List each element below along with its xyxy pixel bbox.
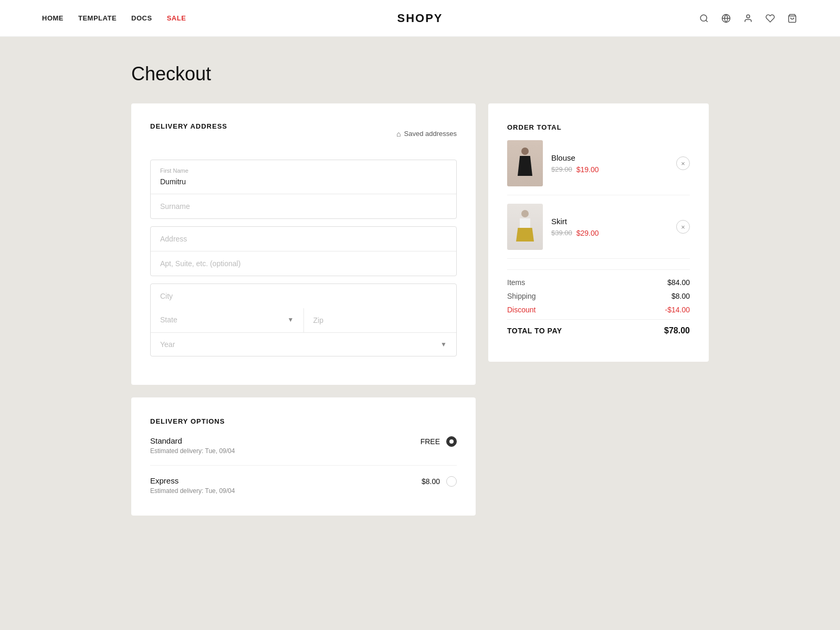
first-name-label: First Name bbox=[160, 167, 447, 174]
site-logo[interactable]: SHOPY bbox=[397, 12, 443, 25]
surname-input[interactable] bbox=[160, 202, 447, 211]
page-title: Checkout bbox=[131, 63, 709, 85]
first-name-field: First Name bbox=[151, 160, 456, 194]
remove-skirt-btn[interactable]: × bbox=[676, 220, 690, 234]
state-select-wrapper: State Alabama California Florida New Yor… bbox=[160, 316, 294, 324]
saved-addresses-label: Saved addresses bbox=[404, 130, 457, 138]
search-icon[interactable] bbox=[698, 13, 710, 24]
standard-name: Standard bbox=[150, 436, 421, 445]
express-name: Express bbox=[150, 476, 422, 485]
order-total-panel: ORDER TOTAL Blouse $29.00 $19.00 × bbox=[488, 103, 709, 362]
remove-blouse-btn[interactable]: × bbox=[676, 156, 690, 170]
items-value: $84.00 bbox=[667, 278, 690, 287]
summary-shipping-row: Shipping $8.00 bbox=[507, 292, 690, 300]
year-field: Year 2024 2023 2022 ▼ bbox=[151, 332, 456, 356]
discount-value: -$14.00 bbox=[665, 306, 690, 314]
header-icons bbox=[698, 13, 798, 24]
skirt-body bbox=[520, 218, 530, 229]
delivery-option-express: Express Estimated delivery: Tue, 09/04 $… bbox=[150, 466, 457, 495]
skirt-sale-price: $29.00 bbox=[576, 229, 599, 237]
shipping-label: Shipping bbox=[507, 292, 536, 300]
svg-line-1 bbox=[706, 20, 707, 22]
delivery-options-panel: DELIVERY OPTIONS Standard Estimated deli… bbox=[131, 397, 476, 516]
total-value: $78.00 bbox=[664, 326, 690, 335]
address-input[interactable] bbox=[160, 235, 447, 243]
discount-label: Discount bbox=[507, 306, 536, 314]
delivery-header: DELIVERY ADDRESS ⌂ Saved addresses bbox=[150, 122, 457, 145]
zip-field bbox=[304, 308, 457, 332]
nav-home[interactable]: HOME bbox=[42, 14, 64, 22]
skirt-image bbox=[507, 204, 543, 250]
checkout-grid: DELIVERY ADDRESS ⌂ Saved addresses First… bbox=[131, 103, 709, 516]
order-total-title: ORDER TOTAL bbox=[507, 123, 562, 131]
summary-total-row: TOTAL TO PAY $78.00 bbox=[507, 319, 690, 335]
svg-point-0 bbox=[700, 15, 707, 21]
skirt-name: Skirt bbox=[551, 217, 690, 226]
skirt-figure bbox=[516, 210, 534, 244]
order-item-blouse: Blouse $29.00 $19.00 × bbox=[507, 132, 690, 195]
total-label: TOTAL TO PAY bbox=[507, 327, 562, 335]
blouse-info: Blouse $29.00 $19.00 bbox=[551, 153, 690, 174]
blouse-sale-price: $19.00 bbox=[576, 165, 599, 174]
skirt-info: Skirt $39.00 $29.00 bbox=[551, 217, 690, 237]
skirt-original-price: $39.00 bbox=[551, 229, 572, 237]
user-icon[interactable] bbox=[742, 13, 754, 24]
express-radio[interactable] bbox=[446, 476, 457, 487]
delivery-address-panel: DELIVERY ADDRESS ⌂ Saved addresses First… bbox=[131, 103, 476, 385]
heart-icon[interactable] bbox=[764, 13, 776, 24]
blouse-image bbox=[507, 140, 543, 186]
address-field bbox=[151, 227, 456, 251]
name-fields-group: First Name bbox=[150, 160, 457, 219]
order-item-skirt: Skirt $39.00 $29.00 × bbox=[507, 195, 690, 259]
year-select-wrapper: Year 2024 2023 2022 ▼ bbox=[160, 340, 447, 349]
skirt-skirt bbox=[516, 228, 534, 242]
delivery-options-title: DELIVERY OPTIONS bbox=[150, 417, 225, 425]
summary-discount-row: Discount -$14.00 bbox=[507, 306, 690, 314]
nav-template[interactable]: TEMPLATE bbox=[78, 14, 117, 22]
nav-docs[interactable]: DOCS bbox=[131, 14, 152, 22]
express-price: $8.00 bbox=[422, 477, 440, 486]
svg-point-4 bbox=[747, 15, 750, 18]
globe-icon[interactable] bbox=[720, 13, 732, 24]
main-content: Checkout DELIVERY ADDRESS ⌂ Saved addres… bbox=[121, 37, 719, 547]
year-select[interactable]: Year 2024 2023 2022 bbox=[160, 340, 447, 349]
state-zip-row: State Alabama California Florida New Yor… bbox=[151, 308, 456, 332]
state-select[interactable]: State Alabama California Florida New Yor… bbox=[160, 316, 294, 324]
header: HOME TEMPLATE DOCS SALE SHOPY bbox=[0, 0, 840, 37]
state-field: State Alabama California Florida New Yor… bbox=[151, 308, 304, 332]
summary-items-row: Items $84.00 bbox=[507, 278, 690, 287]
standard-info: Standard Estimated delivery: Tue, 09/04 bbox=[150, 436, 421, 455]
order-summary: Items $84.00 Shipping $8.00 Discount -$1… bbox=[507, 269, 690, 335]
location-fields-group: State Alabama California Florida New Yor… bbox=[150, 284, 457, 356]
express-info: Express Estimated delivery: Tue, 09/04 bbox=[150, 476, 422, 495]
main-nav: HOME TEMPLATE DOCS SALE bbox=[42, 14, 186, 22]
express-eta: Estimated delivery: Tue, 09/04 bbox=[150, 487, 422, 495]
saved-addresses-btn[interactable]: ⌂ Saved addresses bbox=[396, 130, 457, 138]
zip-input[interactable] bbox=[313, 316, 447, 324]
home-icon: ⌂ bbox=[396, 130, 401, 138]
blouse-prices: $29.00 $19.00 bbox=[551, 165, 690, 174]
city-field bbox=[151, 284, 456, 308]
apt-input[interactable] bbox=[160, 259, 447, 268]
skirt-prices: $39.00 $29.00 bbox=[551, 229, 690, 237]
apt-field bbox=[151, 251, 456, 276]
address-fields-group bbox=[150, 226, 457, 276]
delivery-option-standard: Standard Estimated delivery: Tue, 09/04 … bbox=[150, 426, 457, 466]
standard-radio[interactable] bbox=[446, 436, 457, 447]
standard-eta: Estimated delivery: Tue, 09/04 bbox=[150, 447, 421, 455]
bag-icon[interactable] bbox=[786, 13, 798, 24]
standard-right: FREE bbox=[421, 436, 457, 447]
blouse-name: Blouse bbox=[551, 153, 690, 162]
items-label: Items bbox=[507, 278, 525, 287]
surname-field bbox=[151, 194, 456, 218]
delivery-address-title: DELIVERY ADDRESS bbox=[150, 122, 227, 130]
first-name-input[interactable] bbox=[160, 177, 447, 186]
blouse-figure bbox=[516, 148, 534, 179]
shipping-value: $8.00 bbox=[671, 292, 690, 300]
standard-price: FREE bbox=[421, 437, 440, 446]
blouse-original-price: $29.00 bbox=[551, 165, 572, 173]
express-right: $8.00 bbox=[422, 476, 457, 487]
left-column: DELIVERY ADDRESS ⌂ Saved addresses First… bbox=[131, 103, 476, 516]
nav-sale[interactable]: SALE bbox=[167, 14, 186, 22]
city-input[interactable] bbox=[160, 292, 447, 300]
